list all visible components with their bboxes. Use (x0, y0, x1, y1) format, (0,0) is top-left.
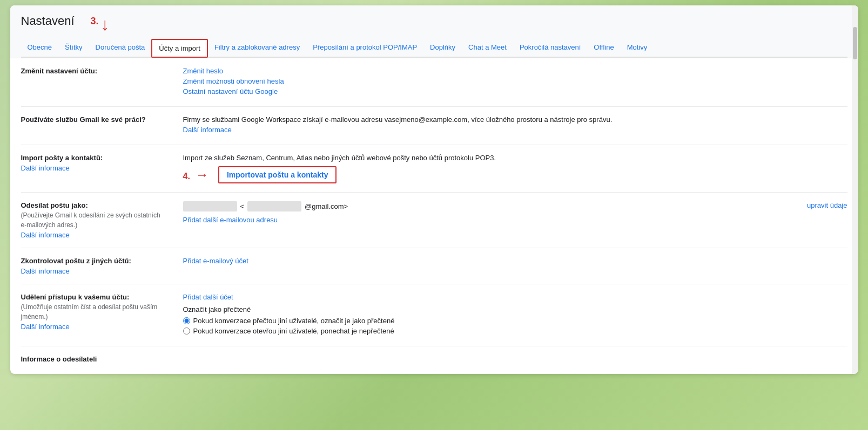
check-other-label: Zkontrolovat poštu z jiných účtů: (21, 257, 172, 265)
check-other-content: Přidat e-mailový účet (183, 257, 847, 267)
send-as-label: Odesílat poštu jako: (21, 201, 172, 209)
change-account-section: Změnit nastavení účtu: Změnit heslo Změn… (21, 58, 847, 107)
down-arrow-icon: ↓ (101, 16, 110, 33)
delegate-label: Udělení přístupu k vašemu účtu: (21, 293, 172, 301)
import-button[interactable]: Importovat poštu a kontakty (218, 166, 337, 183)
edit-details-link[interactable]: upravit údaje (807, 201, 847, 209)
delegate-more-link[interactable]: Další informace (21, 323, 172, 331)
step4-label: 4. (183, 172, 190, 181)
import-content: Import ze služeb Seznam, Centrum, Atlas … (183, 154, 847, 183)
sender-info-label: Informace o odesílateli (21, 355, 172, 363)
change-recovery-link[interactable]: Změnit možnosti obnovení hesla (183, 77, 847, 85)
check-other-section: Zkontrolovat poštu z jiných účtů: Další … (21, 248, 847, 284)
mark-read-section: Označit jako přečtené Pokud konverzace p… (183, 305, 847, 335)
send-as-email-row: < @gmail.com> upravit údaje (183, 201, 847, 211)
gmail-work-content: Firmy se službami Google Workspace získa… (183, 115, 847, 136)
email-domain: @gmail.com> (305, 202, 348, 210)
email-angle: < (240, 202, 245, 210)
send-as-section: Odesílat poštu jako: (Používejte Gmail k… (21, 193, 847, 248)
send-as-email-part: < @gmail.com> (183, 201, 808, 211)
scrollbar-thumb[interactable] (853, 27, 857, 59)
send-as-content: < @gmail.com> upravit údaje Přidat další… (183, 201, 847, 226)
tab-filtry[interactable]: Filtry a zablokované adresy (208, 39, 306, 58)
delegate-section: Udělení přístupu k vašemu účtu: (Umožňuj… (21, 284, 847, 346)
tab-pokrocila[interactable]: Pokročilá nastavení (513, 39, 587, 58)
radio-keep-unread-label: Pokud konverzace otevřou jiní uživatelé,… (193, 327, 394, 335)
tab-offline[interactable]: Offline (587, 39, 620, 58)
gmail-work-more-link[interactable]: Další informace (183, 126, 232, 134)
tab-doplnky[interactable]: Doplňky (423, 39, 462, 58)
mark-read-label: Označit jako přečtené (183, 305, 847, 313)
send-as-more-link[interactable]: Další informace (21, 231, 172, 239)
tab-ucty-import[interactable]: Účty a import (151, 39, 208, 58)
page-title: Nastavení (21, 14, 75, 28)
change-account-content: Změnit heslo Změnit možnosti obnovení he… (183, 67, 847, 98)
radio-mark-read-label: Pokud konverzace přečtou jiní uživatelé,… (193, 317, 395, 325)
import-description: Import ze služeb Seznam, Centrum, Atlas … (183, 154, 847, 162)
import-button-wrapper: 4. → Importovat poštu a kontakty (183, 166, 847, 183)
settings-nav: Obecné Štítky Doručená pošta Účty a impo… (21, 39, 847, 58)
gmail-work-text: Firmy se službami Google Workspace získa… (183, 115, 613, 124)
change-account-label: Změnit nastavení účtu: (21, 67, 172, 75)
gmail-work-label: Používáte službu Gmail ke své práci? (21, 115, 172, 124)
right-arrow-icon: → (196, 167, 208, 182)
tab-motivy[interactable]: Motivy (621, 39, 654, 58)
radio-option-2: Pokud konverzace otevřou jiní uživatelé,… (183, 327, 847, 335)
step4-arrow: 4. → (183, 167, 208, 182)
tab-chat-meet[interactable]: Chat a Meet (462, 39, 513, 58)
radio-keep-unread[interactable] (183, 327, 190, 335)
other-settings-link[interactable]: Ostatní nastavení účtu Google (183, 87, 847, 95)
tab-preposilani[interactable]: Přeposílání a protokol POP/IMAP (306, 39, 423, 58)
send-as-sub1: (Používejte Gmail k odesílání ze svých o… (21, 211, 172, 219)
add-email-link[interactable]: Přidat další e-mailovou adresu (183, 216, 278, 224)
add-account-link[interactable]: Přidat další účet (183, 293, 847, 301)
radio-mark-read[interactable] (183, 317, 190, 324)
delegate-sub1: (Umožňuje ostatním číst a odesílat poštu… (21, 303, 172, 311)
tab-dorucena-posta[interactable]: Doručená pošta (89, 39, 152, 58)
email-name-placeholder (183, 201, 237, 211)
check-other-more-link[interactable]: Další informace (21, 267, 172, 275)
step3-label: 3. (91, 16, 99, 27)
change-password-link[interactable]: Změnit heslo (183, 67, 847, 75)
tab-stitky[interactable]: Štítky (58, 39, 89, 58)
import-more-link[interactable]: Další informace (21, 164, 172, 172)
import-section: Import pošty a kontaktů: Další informace… (21, 145, 847, 193)
sender-info-section: Informace o odesílateli (21, 346, 847, 374)
delegate-sub2: jménem.) (21, 313, 172, 320)
title-text: Nastavení (21, 14, 75, 28)
tab-obecne[interactable]: Obecné (21, 39, 59, 58)
send-as-sub2: e-mailových adres.) (21, 221, 172, 229)
email-address-placeholder (247, 201, 301, 211)
scrollbar-track[interactable] (852, 5, 858, 374)
gmail-work-section: Používáte službu Gmail ke své práci? Fir… (21, 107, 847, 145)
delegate-content: Přidat další účet Označit jako přečtené … (183, 293, 847, 337)
radio-option-1: Pokud konverzace přečtou jiní uživatelé,… (183, 317, 847, 325)
import-label: Import pošty a kontaktů: (21, 154, 172, 162)
add-email-account-link[interactable]: Přidat e-mailový účet (183, 257, 847, 265)
